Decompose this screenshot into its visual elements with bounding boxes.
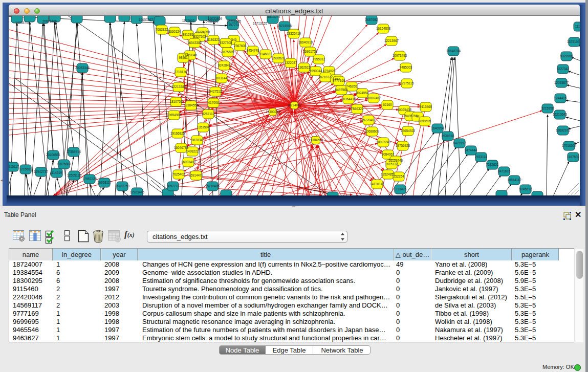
svg-text:1167530: 1167530	[567, 155, 580, 159]
svg-text:9777169: 9777169	[333, 79, 345, 82]
svg-text:2687682: 2687682	[365, 18, 378, 21]
svg-text:9427512: 9427512	[209, 90, 222, 93]
svg-text:803144: 803144	[216, 76, 227, 80]
svg-text:1322037: 1322037	[285, 61, 297, 64]
svg-text:546: 546	[231, 38, 237, 41]
svg-text:10654112: 10654112	[507, 178, 521, 182]
svg-text:12213383: 12213383	[171, 85, 186, 89]
svg-text:9242848: 9242848	[218, 63, 231, 67]
svg-text:8454749: 8454749	[247, 49, 259, 52]
svg-text:16914479: 16914479	[189, 173, 204, 177]
svg-text:14136141: 14136141	[370, 182, 385, 186]
svg-text:13325419: 13325419	[287, 32, 301, 35]
svg-text:7632621: 7632621	[486, 163, 499, 166]
svg-text:12213967: 12213967	[384, 39, 399, 42]
svg-text:15751074: 15751074	[567, 40, 580, 43]
svg-text:252254: 252254	[393, 174, 404, 178]
svg-text:10973493: 10973493	[393, 54, 407, 57]
svg-text:9329966: 9329966	[560, 54, 573, 58]
svg-text:9227342: 9227342	[557, 67, 570, 71]
svg-text:12923445: 12923445	[130, 190, 145, 194]
svg-text:16782759: 16782759	[115, 184, 130, 188]
svg-text:12505135: 12505135	[67, 173, 82, 177]
svg-text:9474444: 9474444	[465, 148, 477, 152]
svg-text:10653267: 10653267	[139, 18, 154, 21]
svg-text:9327503: 9327503	[193, 35, 206, 38]
svg-text:16046785: 16046785	[174, 146, 189, 149]
svg-text:16648784: 16648784	[446, 49, 461, 53]
svg-text:3024554: 3024554	[356, 91, 369, 95]
svg-text:15300213: 15300213	[266, 110, 280, 114]
svg-text:8267110: 8267110	[202, 112, 215, 116]
svg-text:8471676: 8471676	[498, 169, 511, 173]
svg-text:44: 44	[416, 115, 420, 118]
svg-text:13384554: 13384554	[184, 103, 199, 107]
svg-text:16713155: 16713155	[253, 21, 268, 25]
svg-text:13226058: 13226058	[195, 30, 210, 34]
svg-text:10958117: 10958117	[97, 181, 112, 184]
svg-text:891295: 891295	[182, 33, 193, 36]
svg-text:9115460: 9115460	[420, 105, 432, 108]
svg-text:10688609: 10688609	[365, 129, 380, 133]
svg-text:2718176: 2718176	[175, 70, 187, 74]
svg-text:9084067: 9084067	[382, 152, 395, 156]
svg-text:20364436: 20364436	[341, 97, 356, 101]
svg-text:16961758: 16961758	[303, 50, 318, 53]
svg-text:15716485: 15716485	[205, 184, 220, 188]
svg-text:17957225: 17957225	[82, 177, 97, 181]
svg-text:7625402: 7625402	[172, 172, 185, 176]
svg-text:10807487: 10807487	[366, 96, 381, 100]
svg-text:1640954: 1640954	[431, 126, 444, 130]
svg-text:19756928: 19756928	[396, 144, 410, 147]
svg-text:7357274: 7357274	[227, 23, 239, 27]
svg-text:20691406: 20691406	[42, 19, 57, 23]
svg-text:16640910: 16640910	[298, 40, 313, 44]
svg-text:62160: 62160	[383, 103, 392, 106]
svg-text:1215681: 1215681	[19, 167, 32, 171]
svg-text:114519: 114519	[52, 171, 62, 174]
svg-text:19166825: 19166825	[170, 132, 185, 135]
svg-text:12975115: 12975115	[400, 81, 414, 85]
svg-text:13975887: 13975887	[57, 162, 72, 166]
svg-text:7955812: 7955812	[313, 57, 325, 61]
svg-text:16210643: 16210643	[553, 113, 568, 116]
svg-text:0899695: 0899695	[419, 119, 431, 123]
svg-text:6479197: 6479197	[453, 141, 466, 145]
svg-text:12942737: 12942737	[34, 170, 49, 173]
svg-text:9327508: 9327508	[220, 41, 232, 45]
svg-text:7485003: 7485003	[400, 65, 412, 69]
svg-text:7866322: 7866322	[351, 107, 364, 111]
svg-text:9146821: 9146821	[259, 52, 272, 56]
svg-text:7663822: 7663822	[156, 28, 168, 31]
svg-text:9245612: 9245612	[519, 187, 532, 191]
svg-text:3675685: 3675685	[222, 50, 234, 54]
svg-text:8813074: 8813074	[268, 16, 280, 18]
svg-text:1810755: 1810755	[170, 100, 183, 103]
svg-text:10719185: 10719185	[227, 19, 242, 23]
svg-text:887834: 887834	[191, 138, 203, 142]
svg-text:98961: 98961	[179, 56, 188, 59]
svg-text:1244415: 1244415	[554, 96, 567, 100]
svg-text:1588520: 1588520	[272, 56, 285, 60]
svg-text:20206551: 20206551	[46, 153, 61, 157]
svg-text:16033809: 16033809	[208, 17, 223, 20]
svg-text:1362615: 1362615	[298, 65, 311, 69]
svg-text:6990044: 6990044	[310, 69, 322, 73]
svg-text:16154808: 16154808	[376, 27, 391, 30]
svg-text:18807249: 18807249	[376, 140, 391, 144]
svg-text:14055714: 14055714	[15, 21, 30, 25]
svg-text:15720407: 15720407	[361, 118, 376, 122]
svg-text:417006: 417006	[208, 101, 219, 104]
svg-text:17016504: 17016504	[562, 144, 577, 147]
svg-text:8938918: 8938918	[442, 134, 454, 138]
svg-text:12093877: 12093877	[554, 81, 569, 84]
svg-text:10025438: 10025438	[397, 108, 412, 112]
svg-text:18724007: 18724007	[287, 103, 302, 107]
svg-text:19218506: 19218506	[277, 24, 292, 28]
svg-text:8186323: 8186323	[207, 38, 220, 41]
svg-text:1353594: 1353594	[197, 125, 210, 129]
svg-text:16093489: 16093489	[181, 160, 196, 164]
svg-text:20053346: 20053346	[75, 66, 90, 70]
svg-text:19654985: 19654985	[167, 113, 182, 117]
svg-text:4794028: 4794028	[323, 69, 336, 73]
